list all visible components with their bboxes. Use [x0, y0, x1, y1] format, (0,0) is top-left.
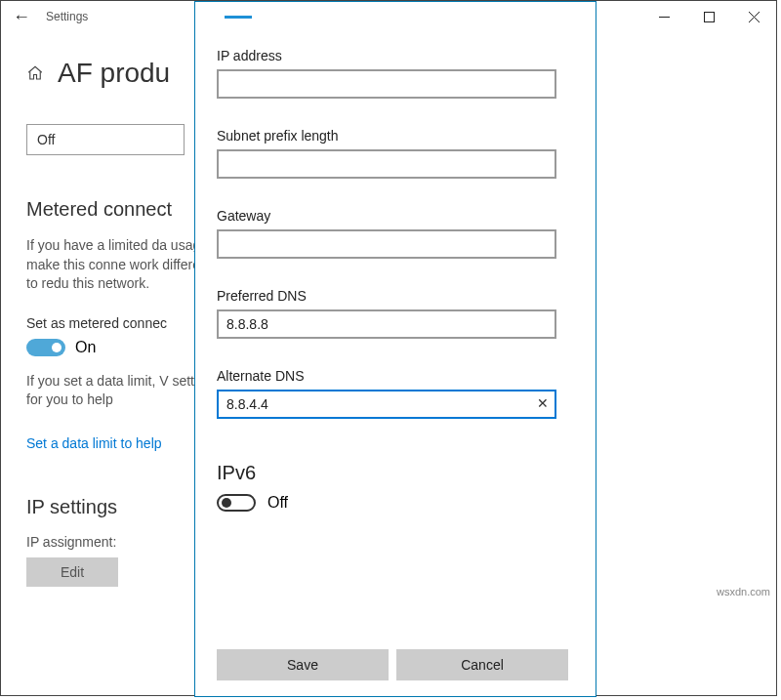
close-button[interactable] [731, 1, 776, 32]
ipv6-toggle[interactable] [217, 494, 256, 512]
ipv6-title: IPv6 [217, 462, 574, 484]
data-limit-description: If you set a data limit, V setting for y… [26, 372, 222, 410]
random-addr-combo[interactable]: Off [26, 124, 185, 155]
save-button[interactable]: Save [217, 649, 389, 680]
alternate-dns-input[interactable] [217, 390, 556, 419]
preferred-dns-input[interactable] [217, 309, 556, 339]
alternate-dns-label: Alternate DNS [217, 368, 574, 384]
minimize-icon [659, 12, 670, 22]
gateway-label: Gateway [217, 208, 574, 224]
subnet-label: Subnet prefix length [217, 128, 574, 144]
close-icon [749, 12, 760, 22]
preferred-dns-label: Preferred DNS [217, 288, 574, 304]
page-title: AF produ [58, 58, 170, 89]
home-icon [26, 64, 44, 82]
ip-address-input[interactable] [217, 69, 556, 99]
ipv6-toggle-state: Off [267, 494, 288, 512]
watermark: wsxdn.com [717, 586, 770, 597]
cancel-button[interactable]: Cancel [396, 649, 568, 680]
minimize-button[interactable] [641, 1, 686, 32]
metered-toggle-state: On [75, 339, 96, 356]
back-button[interactable]: ← [1, 1, 42, 32]
edit-button[interactable]: Edit [26, 557, 118, 587]
settings-window: ← Settings AF produ Use random addresses… [0, 0, 777, 696]
ip-edit-dialog: IP address Subnet prefix length Gateway … [194, 1, 596, 697]
window-title: Settings [42, 10, 88, 23]
maximize-icon [704, 12, 715, 22]
metered-description: If you have a limited da usage, make thi… [26, 236, 222, 294]
ip-address-label: IP address [217, 48, 574, 63]
subnet-input[interactable] [217, 149, 556, 179]
maximize-button[interactable] [686, 1, 731, 32]
svg-rect-1 [704, 12, 714, 21]
dialog-tab-indicator [225, 16, 252, 19]
metered-toggle[interactable] [26, 339, 65, 356]
clear-input-icon[interactable]: ✕ [537, 395, 549, 411]
gateway-input[interactable] [217, 229, 556, 259]
